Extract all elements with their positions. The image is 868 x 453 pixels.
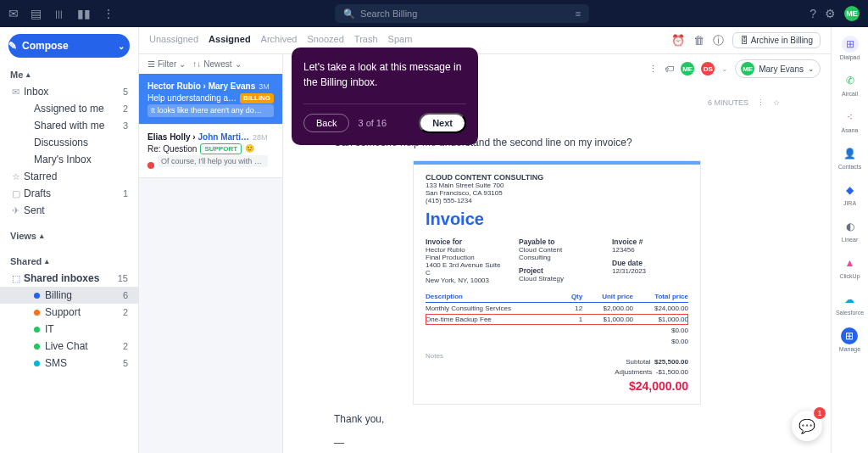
support-tag: SUPPORT	[200, 143, 242, 154]
sidebar-item-marys-inbox[interactable]: Mary's Inbox	[0, 151, 138, 168]
invoice-attachment: CLOUD CONTENT CONSULTING 133 Main Street…	[413, 160, 701, 405]
avatar-icon: ME	[741, 62, 754, 76]
analytics-icon[interactable]: ⫼	[53, 7, 65, 20]
highlighted-row: One-time Backup Fee1$1,000.00$1,000.00	[426, 314, 688, 325]
rail-app-aircall[interactable]: ✆Aircall	[842, 72, 859, 97]
info-icon[interactable]: ⓘ	[713, 33, 724, 48]
shared-inbox-icon: ⬚	[12, 273, 20, 284]
sidebar: ✎ Compose ⌄ Me ▴ ✉Inbox5 Assigned to me2…	[0, 27, 139, 453]
sidebar-item-sms[interactable]: SMS5	[0, 355, 138, 372]
sidebar-item-inbox[interactable]: ✉Inbox5	[0, 83, 138, 100]
help-icon[interactable]: ?	[810, 7, 816, 20]
compose-icon: ✎	[8, 40, 17, 52]
views-section[interactable]: Views ▴	[0, 227, 138, 244]
sidebar-item-starred[interactable]: ☆Starred	[0, 168, 138, 185]
notification-badge: 1	[814, 407, 826, 419]
chevron-down-icon[interactable]: ⌄	[721, 64, 728, 73]
rail-app-jira[interactable]: ◆JIRA	[842, 182, 859, 206]
rail-app-contacts[interactable]: 👤Contacts	[838, 145, 862, 170]
thread-preview: Of course, I'll help you with a d…	[158, 155, 268, 168]
more-icon[interactable]: ⋮	[103, 7, 114, 20]
search-input[interactable]: 🔍 Search Billing ≡	[335, 4, 589, 23]
tab-archived[interactable]: Archived	[261, 34, 298, 48]
sidebar-item-assigned-to-me[interactable]: Assigned to me2	[0, 100, 138, 117]
me-section[interactable]: Me ▴	[0, 66, 138, 83]
rail-app-salesforce[interactable]: ☁Salesforce	[836, 291, 864, 316]
kanban-icon[interactable]: ▮▮	[77, 7, 91, 20]
thread-list: ☰ Filter ⌄ ↑↓ Newest ⌄ Hector Rubio › Ma…	[139, 54, 283, 453]
onboarding-text: Let's take a look at this message in the…	[303, 59, 466, 90]
rail-app-clickup[interactable]: ▲ClickUp	[839, 254, 860, 279]
draft-icon: ▢	[12, 188, 20, 199]
sidebar-item-discussions[interactable]: Discussions	[0, 134, 138, 151]
dot-icon	[34, 310, 40, 316]
sent-icon: ✈	[12, 205, 19, 216]
message-thanks: Thank you,	[334, 413, 780, 425]
app-rail: ⊞Dialpad ✆Aircall ⁖Asana 👤Contacts ◆JIRA…	[831, 27, 868, 453]
dot-icon	[34, 293, 40, 299]
chat-fab[interactable]: 💬 1	[792, 411, 822, 441]
dot-icon	[34, 344, 40, 350]
settings-icon[interactable]: ⚙	[825, 7, 836, 20]
user-avatar[interactable]: ME	[844, 6, 860, 21]
rail-app-linear[interactable]: ◐Linear	[842, 218, 859, 243]
tab-snoozed[interactable]: Snoozed	[307, 34, 343, 48]
tab-trash[interactable]: Trash	[354, 34, 378, 48]
tab-assigned[interactable]: Assigned	[209, 34, 251, 48]
calendar-icon[interactable]: ▤	[31, 7, 42, 20]
sort-button[interactable]: ↑↓ Newest ⌄	[192, 59, 241, 69]
status-dot-icon	[147, 162, 154, 169]
sidebar-item-sent[interactable]: ✈Sent	[0, 202, 138, 219]
sidebar-item-shared-inboxes[interactable]: ⬚Shared inboxes15	[0, 270, 138, 287]
chevron-down-icon: ⌄	[118, 42, 125, 51]
more-icon[interactable]: ⋮	[648, 64, 658, 75]
top-bar: ✉ ▤ ⫼ ▮▮ ⋮ 🔍 Search Billing ≡ ? ⚙ ME	[0, 0, 868, 27]
search-icon: 🔍	[343, 8, 355, 20]
more-icon[interactable]: ⋮	[757, 98, 765, 107]
star-icon[interactable]: ☆	[773, 98, 780, 107]
filter-button[interactable]: ☰ Filter ⌄	[147, 59, 186, 69]
sidebar-item-drafts[interactable]: ▢Drafts1	[0, 185, 138, 202]
star-icon: ☆	[12, 171, 20, 182]
sidebar-item-shared-with-me[interactable]: Shared with me3	[0, 117, 138, 134]
next-button[interactable]: Next	[419, 113, 466, 133]
participant-avatar[interactable]: DS	[701, 62, 715, 76]
sidebar-item-it[interactable]: IT	[0, 321, 138, 338]
dot-icon	[34, 361, 40, 366]
shared-section[interactable]: Shared ▴	[0, 253, 138, 270]
snooze-icon[interactable]: ⏰	[671, 34, 685, 47]
onboarding-tooltip: Let's take a look at this message in the…	[292, 48, 478, 145]
search-filter-icon[interactable]: ≡	[576, 8, 581, 19]
sidebar-item-live-chat[interactable]: Live Chat2	[0, 338, 138, 355]
rail-app-dialpad[interactable]: ⊞Dialpad	[840, 36, 860, 60]
billing-tag: BILLING	[240, 93, 274, 103]
assignee-chip[interactable]: ME Mary Evans ⌄	[735, 59, 821, 78]
thread-item[interactable]: Elias Holly › John Marti…28M Re: Questio…	[139, 125, 282, 179]
message-age: 6 MINUTES	[708, 98, 748, 107]
compose-button[interactable]: ✎ Compose ⌄	[8, 34, 130, 58]
rail-app-manage[interactable]: ⊞Manage	[839, 327, 860, 352]
thread-item[interactable]: Hector Rubio › Mary Evans3M Help underst…	[139, 74, 282, 125]
archive-button[interactable]: 🗄 Archive in Billing	[732, 32, 821, 48]
sidebar-item-billing[interactable]: Billing6	[0, 287, 138, 304]
inbox-icon[interactable]: ✉	[8, 7, 19, 20]
back-button[interactable]: Back	[303, 114, 349, 132]
tag-icon[interactable]: 🏷	[665, 64, 674, 74]
tab-unassigned[interactable]: Unassigned	[149, 34, 198, 48]
signature-dash: —	[334, 437, 780, 449]
inbox-tabs: Unassigned Assigned Archived Snoozed Tra…	[149, 34, 412, 48]
rail-app-asana[interactable]: ⁖Asana	[842, 109, 859, 133]
inbox-icon: ✉	[12, 87, 19, 98]
chevron-down-icon: ⌄	[808, 64, 815, 73]
thread-preview: It looks like there aren't any do…	[147, 104, 274, 117]
trash-icon[interactable]: 🗑	[693, 34, 704, 47]
sidebar-item-support[interactable]: Support2	[0, 304, 138, 321]
dot-icon	[34, 327, 40, 333]
participant-avatar[interactable]: ME	[681, 62, 694, 76]
tab-spam[interactable]: Spam	[388, 34, 413, 48]
step-indicator: 3 of 16	[358, 118, 387, 128]
